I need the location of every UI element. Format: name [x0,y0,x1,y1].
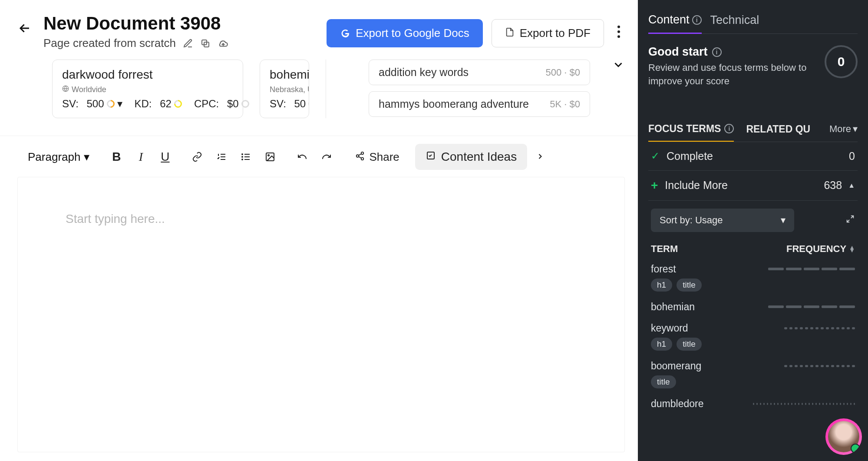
editor-area[interactable]: Start typing here... [17,177,625,452]
suggestion-meta: 500 · $0 [545,67,580,78]
include-more-section[interactable]: + Include More 638 ▲ [648,171,858,201]
unordered-list-button[interactable] [234,146,257,168]
term-name: boomerang [651,360,701,372]
term-tag: title [651,375,676,388]
title-block: New Document 3908 Page created from scra… [43,13,229,50]
copy-icon[interactable] [200,38,211,49]
frequency-bar [768,268,855,270]
content-ideas-button[interactable]: Content Ideas [415,144,527,170]
term-list: foresth1titlebohemiankeywordh1titleboome… [648,259,858,415]
expand-button[interactable] [845,214,855,226]
term-table-header: TERM FREQUENCY ▲▼ [648,235,858,259]
check-icon: ✓ [651,150,660,162]
term-name: dumbledore [651,398,703,410]
chevron-down-icon: ▾ [117,98,122,110]
export-pdf-button[interactable]: Export to PDF [492,19,604,47]
side-panel: Content i Technical Good start i Review … [638,0,868,461]
info-icon[interactable]: i [712,47,722,57]
checklist-icon [426,150,436,164]
secondary-keyword-term: bohemian w [270,68,299,82]
term-row[interactable]: boomerangtitle [648,356,858,394]
undo-button[interactable] [291,146,314,168]
svg-point-12 [242,154,243,155]
tab-related-questions[interactable]: RELATED QU [746,123,810,141]
tab-focus-terms[interactable]: FOCUS TERMS i [648,123,734,142]
sv-metric[interactable]: SV: 500 ▾ [62,98,122,110]
underline-button[interactable]: U [154,146,176,168]
svg-point-13 [242,156,243,157]
include-more-count: 638 [824,179,842,192]
export-pdf-label: Export to PDF [520,27,591,40]
plus-icon: + [651,179,658,192]
chevron-down-icon: ▾ [781,215,785,226]
sort-row: Sort by: Usage ▾ [648,201,858,235]
frequency-header[interactable]: FREQUENCY ▲▼ [786,243,855,255]
back-button[interactable] [17,13,32,40]
term-tags: title [651,375,855,388]
cloud-upload-icon[interactable] [218,38,229,49]
secondary-keyword-card[interactable]: bohemian w Nebraska, Unite SV: 50 ▾ [260,60,309,118]
redo-button[interactable] [315,146,338,168]
cpc-indicator-icon [241,100,249,108]
file-icon [505,27,515,40]
svg-point-14 [242,159,243,160]
chevron-down-icon: ▾ [853,123,858,135]
suggestion-pill[interactable]: addition key words 500 · $0 [369,60,590,85]
term-row[interactable]: foresth1title [648,259,858,297]
svg-point-19 [361,157,364,160]
bold-button[interactable]: B [105,146,128,168]
paragraph-style-dropdown[interactable]: Paragraph ▾ [22,147,96,167]
tab-content[interactable]: Content i [648,13,702,34]
italic-button[interactable]: I [129,146,152,168]
term-tag: h1 [651,279,672,292]
more-menu-button[interactable] [613,21,625,46]
primary-keyword-metrics: SV: 500 ▾ KD: 62 CPC: $0 [62,98,233,110]
score-description: Review and use focus terms below to impr… [648,61,816,88]
tab-technical[interactable]: Technical [710,13,759,33]
main-panel: New Document 3908 Page created from scra… [0,0,638,461]
toolbar-more-button[interactable] [536,150,545,164]
term-name: forest [651,263,676,275]
side-tabs: Content i Technical [648,13,858,34]
term-tag: title [677,279,702,292]
suggestion-text: addition key words [379,66,469,79]
term-row[interactable]: keywordh1title [648,318,858,356]
svg-point-16 [268,155,269,156]
info-icon: i [692,15,702,25]
svg-line-20 [359,153,361,155]
online-status-icon [851,444,860,453]
sv-indicator-icon [105,98,116,109]
share-button[interactable]: Share [347,146,407,168]
primary-keyword-card[interactable]: darkwood forrest Worldvide SV: 500 ▾ KD:… [52,60,243,118]
kd-indicator-icon [172,98,183,109]
image-button[interactable] [259,146,281,168]
chevron-up-icon: ▲ [848,182,855,189]
score-section: Good start i Review and use focus terms … [648,45,858,88]
complete-section[interactable]: ✓ Complete 0 [648,142,858,171]
sort-select[interactable]: Sort by: Usage ▾ [651,209,794,232]
ordered-list-button[interactable] [210,146,233,168]
export-gdocs-label: Export to Google Docs [356,27,469,40]
term-tag: h1 [651,338,672,351]
secondary-sv-metric[interactable]: SV: 50 ▾ [270,98,309,110]
frequency-bar [753,403,855,405]
primary-keyword-term: darkwood forrest [62,68,233,82]
support-avatar[interactable] [825,418,862,455]
export-google-docs-button[interactable]: Export to Google Docs [327,19,483,47]
subtitle-row: Page created from scratch [43,36,229,50]
document-title[interactable]: New Document 3908 [43,13,229,34]
editor-toolbar: Paragraph ▾ B I U Sha [0,136,638,174]
svg-point-2 [617,26,620,28]
term-tabs-more[interactable]: More ▾ [829,123,858,141]
suggestion-pill[interactable]: hammys boomerang adventure 5K · $0 [369,91,590,117]
edit-icon[interactable] [183,38,193,49]
term-name: bohemian [651,301,695,313]
svg-point-17 [361,152,364,154]
collapse-suggestions-button[interactable] [612,58,625,75]
term-row[interactable]: dumbledore [648,394,858,415]
term-row[interactable]: bohemian [648,297,858,318]
primary-keyword-location: Worldvide [62,85,233,94]
info-icon: i [724,124,734,133]
suggestion-meta: 5K · $0 [550,99,580,110]
link-button[interactable] [186,146,208,168]
